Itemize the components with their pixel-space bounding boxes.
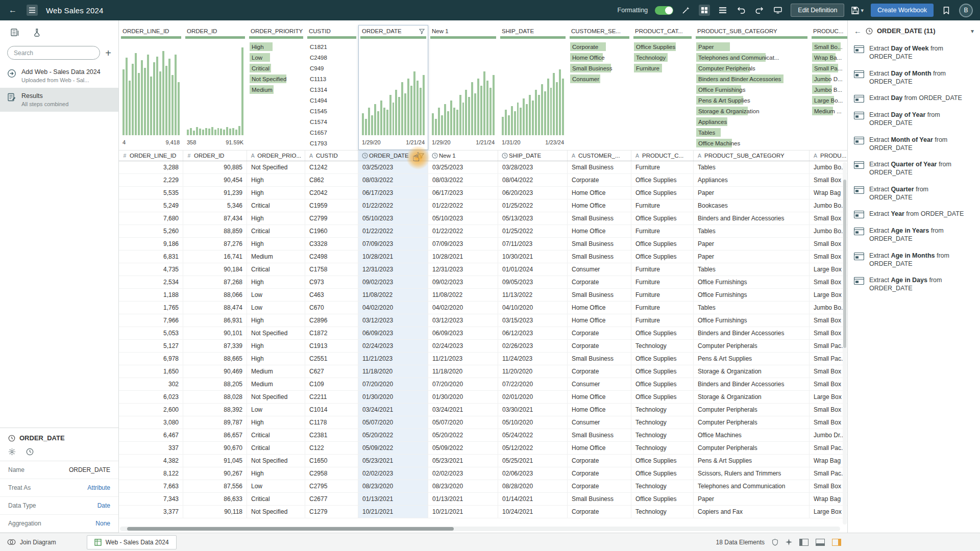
column-header-PRODU...[interactable]: APRODU...	[810, 151, 847, 161]
table-cell[interactable]: 05/23/2021	[428, 455, 498, 467]
table-cell[interactable]: Technology	[631, 416, 694, 429]
profile-value[interactable]: Storage & Organization	[696, 106, 807, 116]
table-cell[interactable]: 86,657	[183, 429, 247, 441]
table-cell[interactable]: 90,885	[183, 161, 247, 173]
table-row[interactable]: 3,28890,885Not SpecifiedC124203/25/20230…	[119, 161, 847, 174]
table-cell[interactable]: Office Supplies	[631, 238, 694, 250]
table-cell[interactable]: 5,249	[119, 199, 183, 212]
table-cell[interactable]: Tables	[694, 225, 810, 237]
table-cell[interactable]: 04/02/2020	[428, 302, 498, 314]
table-cell[interactable]: Paper	[694, 238, 810, 250]
table-cell[interactable]: C2896	[305, 314, 358, 327]
table-cell[interactable]: 91,239	[183, 187, 247, 199]
table-cell[interactable]: Office Supplies	[631, 353, 694, 365]
table-cell[interactable]: C1959	[305, 199, 358, 212]
table-cell[interactable]: 3,288	[119, 161, 183, 173]
table-row[interactable]: 8,12290,267HighC295802/02/202302/02/2023…	[119, 467, 847, 480]
profile-value[interactable]: Small Bo...	[812, 41, 847, 52]
table-cell[interactable]: 7,343	[119, 493, 183, 505]
column-header-SHIP_DATE[interactable]: SHIP_DATE	[498, 151, 568, 161]
table-cell[interactable]: Medium	[247, 365, 305, 378]
table-cell[interactable]: 07/22/2020	[498, 378, 568, 390]
table-cell[interactable]: C122	[305, 442, 358, 454]
table-cell[interactable]: C1960	[305, 225, 358, 237]
table-row[interactable]: 4,73590,184CriticalC175812/31/202312/31/…	[119, 263, 847, 276]
table-cell[interactable]: Tables	[694, 302, 810, 314]
table-cell[interactable]: Office Supplies	[631, 467, 694, 480]
user-avatar[interactable]: B	[959, 4, 973, 17]
formatting-toggle[interactable]	[655, 6, 673, 15]
table-row[interactable]: 33790,670CriticalC12205/09/202205/09/202…	[119, 442, 847, 455]
table-row[interactable]: 6,83116,741MediumC249810/28/202110/28/20…	[119, 251, 847, 263]
table-cell[interactable]: Small Box	[810, 238, 847, 250]
grid-view-icon[interactable]	[699, 5, 710, 16]
profile-value[interactable]: Telephones and Communicat...	[696, 52, 807, 63]
table-cell[interactable]: 5,053	[119, 327, 183, 339]
table-cell[interactable]: 1,188	[119, 289, 183, 301]
table-cell[interactable]: 87,276	[183, 238, 247, 250]
table-cell[interactable]: C973	[305, 276, 358, 288]
table-cell[interactable]: Office Supplies	[631, 187, 694, 199]
table-cell[interactable]: Technology	[631, 429, 694, 441]
profile-value[interactable]: Small Business	[570, 63, 629, 73]
profile-value[interactable]: Computer Peripherals	[696, 63, 807, 73]
table-row[interactable]: 6,97888,665HighC255111/21/202311/21/2023…	[119, 353, 847, 365]
property-value-link[interactable]: Attribute	[87, 484, 110, 491]
save-caret-icon[interactable]: ▾	[861, 7, 864, 14]
table-cell[interactable]: 01/25/2022	[498, 199, 568, 212]
table-cell[interactable]: Appliances	[694, 174, 810, 186]
table-cell[interactable]: 02/02/2023	[358, 467, 428, 480]
profile-value[interactable]: C2498	[307, 52, 356, 63]
table-cell[interactable]: C1650	[305, 455, 358, 467]
flask-tab-icon[interactable]	[31, 27, 44, 39]
table-cell[interactable]: Small Box	[810, 251, 847, 263]
table-cell[interactable]: 07/09/2023	[428, 238, 498, 250]
table-cell[interactable]: C2211	[305, 391, 358, 403]
table-cell[interactable]: 03/25/2023	[358, 161, 428, 173]
table-cell[interactable]: 88,859	[183, 225, 247, 237]
recommendation-item[interactable]: Extract Quarter from ORDER_DATE	[848, 181, 980, 206]
table-row[interactable]: 7,68087,434HighC279905/10/202305/10/2023…	[119, 212, 847, 225]
table-cell[interactable]: 337	[119, 442, 183, 454]
table-cell[interactable]: Small Pac...	[810, 353, 847, 365]
table-cell[interactable]: 01/01/2024	[498, 263, 568, 276]
recommendation-item[interactable]: Extract Quarter of Year from ORDER_DATE	[848, 156, 980, 181]
table-cell[interactable]: Office Supplies	[631, 212, 694, 224]
table-cell[interactable]: C109	[305, 378, 358, 390]
table-cell[interactable]: 11/24/2023	[498, 353, 568, 365]
table-cell[interactable]: 01/14/2021	[498, 493, 568, 505]
profile-value[interactable]: Binders and Binder Accessories	[696, 73, 807, 84]
table-cell[interactable]: Furniture	[631, 302, 694, 314]
table-cell[interactable]: Large Box	[810, 391, 847, 403]
profile-card-ORDER_ID[interactable]: ORDER_ID35891.59K	[183, 25, 247, 150]
table-cell[interactable]: High	[247, 174, 305, 186]
table-cell[interactable]: Office Machines	[694, 429, 810, 441]
table-cell[interactable]: 01/22/2022	[428, 225, 498, 237]
profile-value[interactable]: C1574	[307, 116, 356, 127]
table-cell[interactable]: 5,535	[119, 187, 183, 199]
table-cell[interactable]: 1,765	[119, 302, 183, 314]
table-cell[interactable]: 09/02/2023	[358, 276, 428, 288]
table-cell[interactable]: Home Office	[568, 302, 631, 314]
table-cell[interactable]: 11/08/2022	[428, 289, 498, 301]
table-cell[interactable]: 3,080	[119, 416, 183, 429]
table-cell[interactable]: 2,534	[119, 276, 183, 288]
wand-icon[interactable]	[680, 5, 692, 16]
recommendation-item[interactable]: Extract Day of Year from ORDER_DATE	[848, 107, 980, 132]
table-cell[interactable]: Critical	[247, 493, 305, 505]
table-cell[interactable]: 4,735	[119, 263, 183, 276]
profile-value[interactable]: C1545	[307, 106, 356, 116]
display-icon[interactable]	[772, 5, 783, 16]
table-cell[interactable]: 08/23/2020	[428, 480, 498, 492]
property-value-link[interactable]: Date	[97, 502, 110, 509]
table-cell[interactable]: Corporate	[568, 365, 631, 378]
table-cell[interactable]: Office Supplies	[631, 174, 694, 186]
table-cell[interactable]: Not Specified	[247, 506, 305, 518]
table-cell[interactable]: C2551	[305, 353, 358, 365]
table-cell[interactable]: 11/21/2023	[358, 353, 428, 365]
table-cell[interactable]: 1,650	[119, 365, 183, 378]
table-cell[interactable]: 10/28/2021	[358, 251, 428, 263]
table-cell[interactable]: 7,966	[119, 314, 183, 327]
table-cell[interactable]: 90,670	[183, 442, 247, 454]
table-cell[interactable]: C463	[305, 289, 358, 301]
